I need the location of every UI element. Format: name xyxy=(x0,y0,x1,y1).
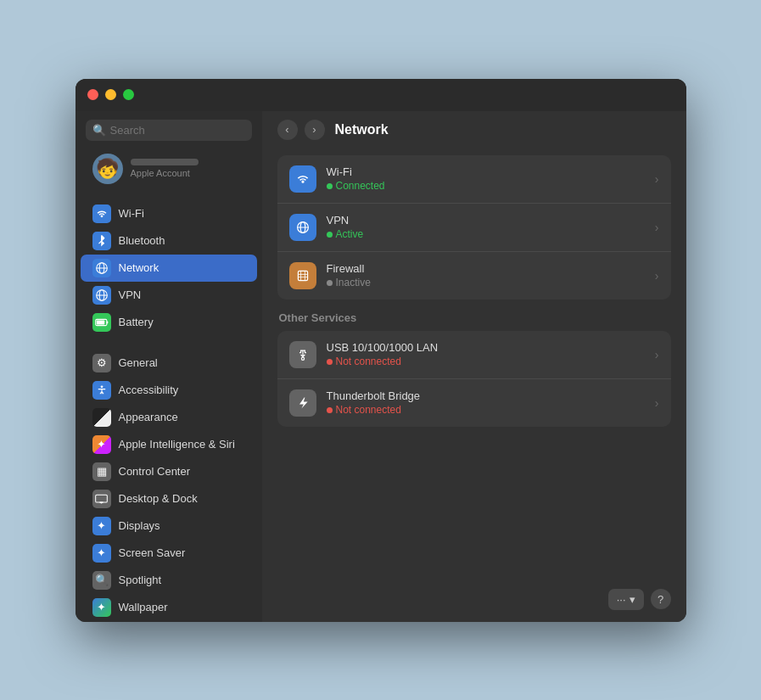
main-window: 🔍 🧒 Apple Account xyxy=(76,79,686,622)
network-item-usb[interactable]: USB 10/100/1000 LAN Not connected › xyxy=(277,331,671,379)
sidebar-item-vpn[interactable]: VPN xyxy=(81,282,257,309)
wifi-icon xyxy=(92,204,111,223)
svg-rect-10 xyxy=(96,495,108,502)
sidebar-item-notifications[interactable]: Notifications xyxy=(81,621,257,622)
network-item-firewall[interactable]: Firewall Inactive › xyxy=(277,252,671,300)
vpn-service-status: Active xyxy=(327,228,648,240)
thunderbolt-service-icon xyxy=(289,389,316,417)
sidebar-item-wallpaper[interactable]: ✦ Wallpaper xyxy=(81,594,257,621)
svg-rect-7 xyxy=(106,321,107,323)
vpn-status-text: Active xyxy=(336,228,364,240)
sidebar-item-siri[interactable]: ✦ Apple Intelligence & Siri xyxy=(81,431,257,458)
chevron-right-icon: › xyxy=(655,348,659,361)
svg-rect-16 xyxy=(298,271,307,280)
thunderbolt-service-name: Thunderbolt Bridge xyxy=(327,389,648,402)
minimize-button[interactable] xyxy=(105,89,116,100)
account-name-bar xyxy=(131,159,199,165)
sidebar-item-wifi[interactable]: Wi-Fi xyxy=(81,200,257,227)
firewall-service-info: Firewall Inactive xyxy=(327,262,648,288)
more-button[interactable]: ··· ▾ xyxy=(608,589,644,610)
firewall-service-icon xyxy=(289,262,316,289)
sidebar-item-label: Wi-Fi xyxy=(119,207,144,220)
network-item-vpn[interactable]: VPN Active › xyxy=(277,204,671,252)
wallpaper-icon: ✦ xyxy=(92,598,111,617)
vpn-service-name: VPN xyxy=(327,214,648,227)
thunderbolt-status-dot xyxy=(327,407,333,413)
firewall-status-dot xyxy=(327,280,333,286)
svg-rect-8 xyxy=(96,320,104,324)
siri-icon: ✦ xyxy=(92,435,111,454)
network-services-group: Wi-Fi Connected › xyxy=(277,155,671,300)
wifi-status-dot xyxy=(327,183,333,189)
panel-title: Network xyxy=(335,122,389,137)
vpn-service-info: VPN Active xyxy=(327,214,648,240)
sidebar-item-label: Appearance xyxy=(119,411,178,423)
wifi-service-icon xyxy=(289,165,316,193)
avatar: 🧒 xyxy=(92,154,123,184)
usb-status-dot xyxy=(327,359,333,365)
screensaver-icon: ✦ xyxy=(92,544,111,563)
account-label: Apple Account xyxy=(131,168,199,178)
firewall-status-text: Inactive xyxy=(336,277,371,288)
help-button[interactable]: ? xyxy=(651,589,671,609)
sidebar-item-accessibility[interactable]: Accessibility xyxy=(81,377,257,404)
sidebar-item-bluetooth[interactable]: Bluetooth xyxy=(81,227,257,255)
chevron-right-icon: › xyxy=(655,221,659,234)
sidebar-item-screensaver[interactable]: ✦ Screen Saver xyxy=(81,540,257,567)
svg-point-21 xyxy=(301,357,304,360)
chevron-right-icon: › xyxy=(655,269,659,283)
sidebar-item-label: Battery xyxy=(119,316,154,328)
chevron-right-icon: › xyxy=(655,396,659,410)
control-icon: ▦ xyxy=(92,462,111,481)
search-icon: 🔍 xyxy=(92,124,106,137)
usb-service-name: USB 10/100/1000 LAN xyxy=(327,341,648,354)
other-services-group: USB 10/100/1000 LAN Not connected › xyxy=(277,331,671,427)
usb-service-icon xyxy=(289,341,316,368)
sidebar-item-control[interactable]: ▦ Control Center xyxy=(81,458,257,485)
sidebar-item-label: Screen Saver xyxy=(119,546,186,559)
sidebar-item-spotlight[interactable]: 🔍 Spotlight xyxy=(81,567,257,594)
search-bar[interactable]: 🔍 xyxy=(86,120,252,141)
sidebar-item-apple-account[interactable]: 🧒 Apple Account xyxy=(81,149,257,188)
sidebar-item-label: Bluetooth xyxy=(119,234,165,247)
other-services-label: Other Services xyxy=(279,311,671,324)
network-item-thunderbolt[interactable]: Thunderbolt Bridge Not connected › xyxy=(277,379,671,427)
sidebar-item-label: Accessibility xyxy=(119,384,179,396)
sidebar-item-displays[interactable]: ✦ Displays xyxy=(81,512,257,540)
sidebar-item-appearance[interactable]: Appearance xyxy=(81,404,257,431)
sidebar-item-label: Control Center xyxy=(119,465,191,478)
titlebar xyxy=(76,79,686,111)
main-panel: ‹ › Network Wi-Fi xyxy=(262,111,686,622)
sidebar-item-battery[interactable]: Battery xyxy=(81,309,257,336)
close-button[interactable] xyxy=(87,89,98,100)
network-icon xyxy=(92,259,111,277)
svg-point-9 xyxy=(100,385,103,388)
accessibility-icon xyxy=(92,381,111,400)
help-label: ? xyxy=(657,593,663,606)
sidebar-item-label: VPN xyxy=(119,288,142,301)
vpn-status-dot xyxy=(327,232,333,238)
chevron-down-icon: ▾ xyxy=(630,593,635,606)
forward-button[interactable]: › xyxy=(305,120,325,140)
thunderbolt-status-text: Not connected xyxy=(336,404,401,416)
sidebar-item-label: Wallpaper xyxy=(119,601,168,613)
sidebar-item-desktop[interactable]: Desktop & Dock xyxy=(81,485,257,512)
search-input[interactable] xyxy=(110,124,245,137)
sidebar: 🔍 🧒 Apple Account xyxy=(76,111,262,622)
more-label: ··· xyxy=(617,593,626,606)
vpn-service-icon xyxy=(289,214,316,241)
sidebar-item-label: General xyxy=(119,356,158,369)
back-button[interactable]: ‹ xyxy=(277,120,298,140)
sidebar-section-bottom: ⚙ General Accessibility Appearance ✦ Ap xyxy=(76,348,262,622)
sidebar-item-label: Network xyxy=(119,261,159,274)
usb-status-text: Not connected xyxy=(336,356,401,367)
maximize-button[interactable] xyxy=(123,89,134,100)
firewall-service-name: Firewall xyxy=(327,262,648,275)
spotlight-icon: 🔍 xyxy=(92,571,111,590)
thunderbolt-service-info: Thunderbolt Bridge Not connected xyxy=(327,389,648,416)
panel-header: ‹ › Network xyxy=(262,111,686,148)
bluetooth-icon xyxy=(92,232,111,250)
network-item-wifi[interactable]: Wi-Fi Connected › xyxy=(277,155,671,204)
sidebar-item-general[interactable]: ⚙ General xyxy=(81,350,257,377)
sidebar-item-network[interactable]: Network xyxy=(81,255,257,282)
